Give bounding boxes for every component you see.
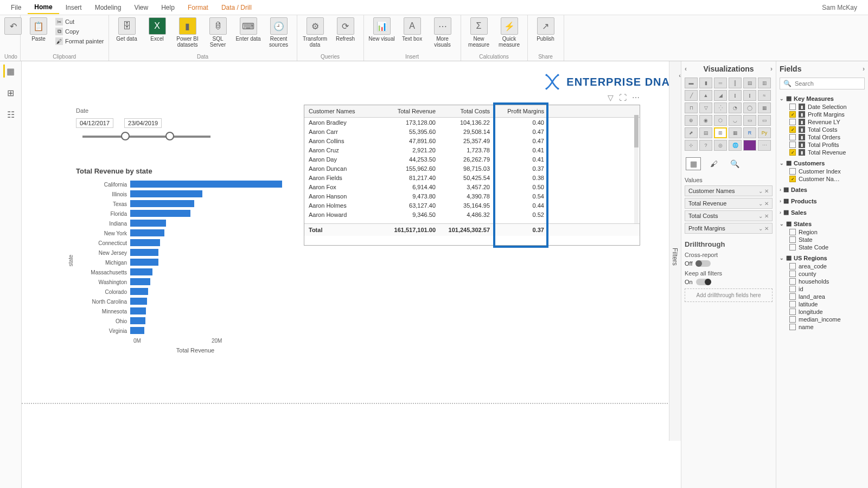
date-slider-thumb-right[interactable]: [165, 132, 174, 140]
col-header-name[interactable]: Customer Names: [304, 105, 375, 117]
expand-icon[interactable]: ›: [780, 187, 781, 192]
analytics-tab-icon[interactable]: 🔍: [727, 157, 742, 170]
remove-field-icon[interactable]: ✕: [764, 213, 769, 219]
viz-table-icon[interactable]: ⊞: [714, 127, 727, 138]
field-item[interactable]: ▮Total Profits: [780, 141, 865, 149]
bar-row[interactable]: Virginia: [76, 326, 282, 336]
field-well[interactable]: Total Revenue⌄ ✕: [685, 198, 773, 209]
col-header-margins[interactable]: Profit Margins: [494, 105, 548, 117]
field-item[interactable]: land_area: [780, 293, 865, 300]
viz-100-bar-icon[interactable]: ▤: [743, 78, 756, 88]
table-row[interactable]: Aaron Bradley173,128.00104,136.220.40: [304, 118, 640, 127]
fields-search-input[interactable]: [795, 80, 868, 87]
viz-clustered-bar-icon[interactable]: ═: [714, 78, 727, 88]
viz-decomp-icon[interactable]: ⊹: [685, 140, 698, 151]
viz-matrix-icon[interactable]: ▦: [729, 127, 742, 138]
bar-row[interactable]: Massachusetts: [76, 267, 282, 277]
field-item[interactable]: ✓Customer Na…: [780, 175, 865, 183]
field-well[interactable]: Customer Names⌄ ✕: [685, 185, 773, 196]
new-measure-button[interactable]: ΣNew measure: [465, 17, 493, 48]
viz-combo1-icon[interactable]: ⫿: [729, 90, 742, 101]
table-row[interactable]: Aaron Howard9,346.504,486.320.52: [304, 210, 640, 219]
expand-fields-icon[interactable]: ›: [863, 65, 865, 73]
viz-ribbon-icon[interactable]: ≈: [758, 90, 771, 101]
checkbox-icon[interactable]: [789, 229, 796, 235]
viz-map-icon[interactable]: ⊕: [685, 115, 698, 126]
checkbox-icon[interactable]: ✓: [789, 149, 796, 156]
table-row[interactable]: Aaron Collins47,891.6025,357.490.47: [304, 136, 640, 145]
field-well[interactable]: Total Costs⌄ ✕: [685, 210, 773, 221]
table-row[interactable]: Aaron Carr55,395.6029,508.140.47: [304, 127, 640, 136]
tab-insert[interactable]: Insert: [59, 2, 88, 14]
field-item[interactable]: Customer Index: [780, 168, 865, 175]
viz-clustered-column-icon[interactable]: ║: [729, 78, 742, 88]
col-header-revenue[interactable]: Total Revenue: [375, 105, 440, 117]
chevron-down-icon[interactable]: ⌄: [758, 226, 763, 232]
field-item[interactable]: latitude: [780, 300, 865, 308]
field-item[interactable]: longitude: [780, 308, 865, 316]
table-row[interactable]: Aaron Hanson9,473.804,390.780.54: [304, 191, 640, 201]
field-item[interactable]: Region: [780, 228, 865, 236]
checkbox-icon[interactable]: [789, 119, 796, 125]
field-item[interactable]: State: [780, 236, 865, 243]
model-view-icon[interactable]: ☷: [4, 108, 17, 121]
field-item[interactable]: ▮Total Orders: [780, 133, 865, 141]
tab-view[interactable]: View: [127, 2, 155, 14]
bar-row[interactable]: Connecticut: [76, 238, 282, 248]
checkbox-icon[interactable]: [789, 278, 796, 285]
field-item[interactable]: name: [780, 323, 865, 331]
field-table-head[interactable]: ⌄▦States: [780, 219, 865, 228]
field-table-head[interactable]: ⌄▦US Regions: [780, 253, 865, 262]
bar-row[interactable]: North Carolina: [76, 297, 282, 306]
tab-home[interactable]: Home: [28, 1, 59, 14]
undo-button[interactable]: ↶: [4, 17, 22, 36]
viz-donut-icon[interactable]: ◯: [743, 102, 756, 113]
paste-button[interactable]: 📋Paste: [25, 17, 52, 42]
viz-100-column-icon[interactable]: ▥: [758, 78, 771, 88]
chevron-down-icon[interactable]: ⌄: [758, 188, 763, 194]
remove-field-icon[interactable]: ✕: [764, 188, 769, 194]
date-from-input[interactable]: 04/12/2017: [76, 118, 113, 128]
checkbox-icon[interactable]: [789, 104, 796, 110]
checkbox-icon[interactable]: [789, 309, 796, 315]
checkbox-icon[interactable]: [789, 286, 796, 292]
viz-funnel-icon[interactable]: ▽: [699, 102, 712, 113]
checkbox-icon[interactable]: [789, 263, 796, 269]
tab-format[interactable]: Format: [181, 2, 215, 14]
table-row[interactable]: Aaron Cruz2,921.201,723.780.41: [304, 145, 640, 155]
chevron-down-icon[interactable]: ⌄: [758, 213, 763, 219]
pbi-datasets-button[interactable]: ▮Power BI datasets: [174, 17, 201, 48]
field-item[interactable]: area_code: [780, 262, 865, 270]
checkbox-icon[interactable]: [789, 316, 796, 323]
checkbox-icon[interactable]: ✓: [789, 126, 796, 133]
field-item[interactable]: ✓▮Total Revenue: [780, 149, 865, 156]
field-item[interactable]: ▮Revenue LY: [780, 118, 865, 126]
date-slider-thumb-left[interactable]: [121, 132, 130, 140]
date-slicer[interactable]: Date 04/12/2017 23/04/2019: [76, 107, 217, 138]
field-item[interactable]: median_income: [780, 316, 865, 323]
remove-field-icon[interactable]: ✕: [764, 226, 769, 232]
more-icon[interactable]: ⋯: [632, 93, 640, 102]
viz-arcgis-icon[interactable]: 🌐: [729, 140, 742, 151]
table-visual[interactable]: ▽ ⛶ ⋯ Customer Names Total Revenue Total…: [304, 105, 640, 246]
quick-measure-button[interactable]: ⚡Quick measure: [496, 17, 523, 48]
bar-row[interactable]: Florida: [76, 209, 282, 219]
viz-card-icon[interactable]: ▭: [743, 115, 756, 126]
viz-kpi-icon[interactable]: ⬈: [685, 127, 698, 138]
format-tab-icon[interactable]: 🖌: [706, 157, 722, 170]
filters-pane-collapsed[interactable]: ‹ Filters: [669, 61, 681, 441]
bar-row[interactable]: Texas: [76, 199, 282, 209]
collapse-viz-icon[interactable]: ‹: [685, 65, 687, 73]
field-item[interactable]: State Code: [780, 243, 865, 251]
viz-r-icon[interactable]: R: [743, 127, 756, 138]
expand-icon[interactable]: ⌄: [780, 96, 784, 101]
expand-icon[interactable]: ⌄: [780, 255, 784, 261]
recent-sources-button[interactable]: 🕘Recent sources: [265, 17, 292, 48]
checkbox-icon[interactable]: [789, 236, 796, 243]
bar-row[interactable]: Indiana: [76, 219, 282, 228]
date-to-input[interactable]: 23/04/2019: [124, 118, 162, 128]
excel-button[interactable]: XExcel: [144, 17, 171, 42]
checkbox-icon[interactable]: [789, 244, 796, 251]
viz-pie-icon[interactable]: ◔: [729, 102, 742, 113]
more-visuals-button[interactable]: ⋯More visuals: [429, 17, 456, 48]
